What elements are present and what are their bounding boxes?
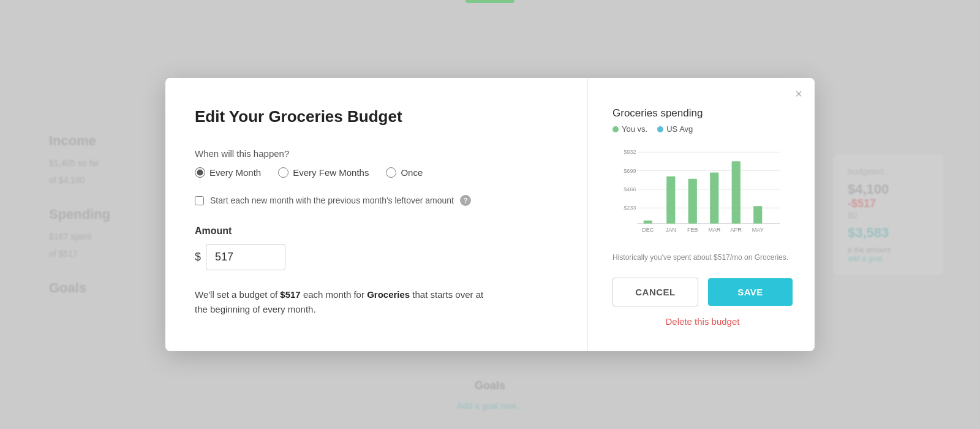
svg-text:$932: $932 — [624, 149, 636, 155]
when-label: When will this happen? — [195, 148, 558, 159]
amount-input[interactable] — [206, 244, 285, 270]
modal-left-panel: Edit Your Groceries Budget When will thi… — [165, 78, 588, 351]
cancel-button[interactable]: CANCEL — [612, 278, 698, 306]
modal-title: Edit Your Groceries Budget — [195, 107, 558, 126]
legend-avg-dot — [657, 126, 663, 132]
legend-avg-label: US Avg — [666, 124, 693, 134]
svg-text:JAN: JAN — [666, 227, 676, 233]
frequency-radio-group: Every Month Every Few Months Once — [195, 167, 558, 178]
svg-text:MAY: MAY — [752, 227, 764, 233]
summary-amount: $517 — [280, 289, 300, 300]
summary-text: We'll set a budget of $517 each month fo… — [195, 287, 489, 317]
radio-once-label: Once — [401, 167, 423, 178]
leftover-checkbox[interactable] — [195, 196, 204, 205]
radio-every-few-months-label: Every Few Months — [293, 167, 369, 178]
modal-top-bar — [466, 0, 514, 3]
radio-once-input[interactable] — [386, 167, 396, 178]
chart-legend: You vs. US Avg — [612, 124, 793, 134]
bar-mar — [710, 173, 718, 224]
summary-start: We'll set a budget of — [195, 289, 280, 300]
bar-dec — [644, 221, 652, 224]
help-icon[interactable]: ? — [460, 195, 471, 206]
svg-text:APR: APR — [730, 227, 742, 233]
bar-feb — [688, 179, 697, 224]
bar-jan — [666, 177, 675, 224]
svg-text:MAR: MAR — [708, 227, 721, 233]
radio-every-few-months[interactable]: Every Few Months — [278, 167, 369, 178]
leftover-checkbox-row: Start each new month with the previous m… — [195, 195, 558, 206]
summary-category: Groceries — [367, 289, 410, 300]
chart-title: Groceries spending — [612, 107, 793, 120]
bar-may — [753, 206, 762, 223]
amount-input-row: $ — [195, 244, 558, 270]
chart-note: Historically you've spent about $517/mo … — [612, 252, 793, 263]
dollar-sign: $ — [195, 251, 201, 264]
modal-right-panel: Groceries spending You vs. US Avg — [588, 78, 815, 351]
leftover-label: Start each new month with the previous m… — [210, 196, 454, 205]
radio-every-month[interactable]: Every Month — [195, 167, 261, 178]
modal-actions: CANCEL SAVE — [612, 278, 793, 306]
legend-you: You vs. — [612, 124, 647, 134]
radio-every-month-label: Every Month — [209, 167, 261, 178]
spending-chart: $932 $699 $466 $233 — [612, 146, 793, 245]
svg-text:$233: $233 — [624, 205, 636, 211]
svg-text:DEC: DEC — [642, 227, 654, 233]
legend-you-label: You vs. — [622, 124, 647, 134]
svg-text:$699: $699 — [624, 168, 636, 174]
delete-button[interactable]: Delete this budget — [612, 316, 793, 327]
close-button[interactable]: × — [795, 88, 802, 100]
chart-area: $932 $699 $466 $233 — [612, 146, 793, 248]
radio-every-month-input[interactable] — [195, 167, 205, 178]
summary-mid: each month for — [301, 289, 367, 300]
amount-label: Amount — [195, 226, 558, 237]
svg-text:FEB: FEB — [687, 227, 698, 233]
modal-overlay: × Edit Your Groceries Budget When will t… — [0, 0, 980, 429]
svg-text:$466: $466 — [624, 186, 636, 192]
save-button[interactable]: SAVE — [708, 278, 793, 306]
radio-once[interactable]: Once — [386, 167, 423, 178]
bar-apr — [732, 161, 741, 223]
radio-every-few-months-input[interactable] — [278, 167, 288, 178]
legend-you-dot — [612, 126, 619, 132]
legend-avg: US Avg — [657, 124, 693, 134]
modal-dialog: × Edit Your Groceries Budget When will t… — [165, 78, 815, 351]
